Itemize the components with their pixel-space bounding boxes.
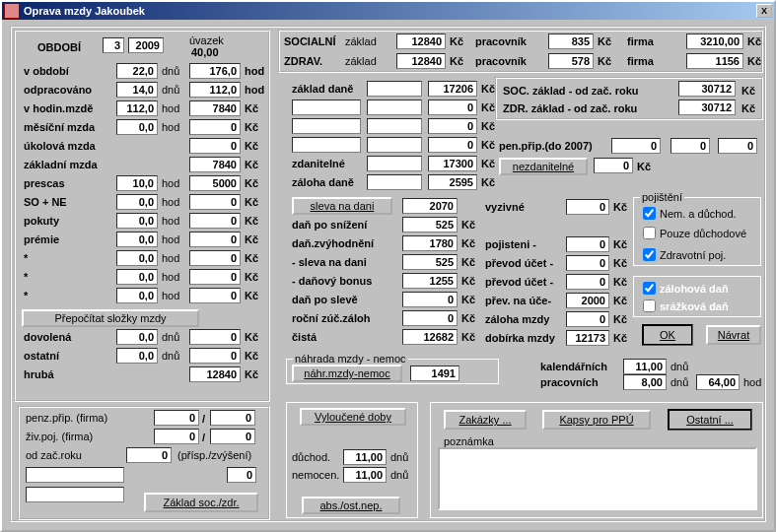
- chk-nemoc-box[interactable]: [643, 207, 656, 220]
- kal-v[interactable]: 11,00: [623, 359, 667, 374]
- ostatni-button[interactable]: Ostatní ...: [669, 410, 751, 430]
- lrow11-b[interactable]: 0: [189, 269, 241, 285]
- lrow12-a[interactable]: 0,0: [116, 288, 158, 303]
- ml1-lfld[interactable]: [292, 100, 361, 115]
- lrow7-a[interactable]: 0,0: [116, 194, 158, 210]
- lrow10-a[interactable]: 0,0: [116, 250, 158, 266]
- ml3-a[interactable]: [367, 137, 422, 153]
- duch-v[interactable]: 11,00: [343, 449, 387, 465]
- chk-srazk[interactable]: srážková daň: [643, 299, 729, 312]
- chk-zaloh[interactable]: zálohová daň: [643, 282, 729, 295]
- lrow9-b[interactable]: 0: [189, 232, 241, 247]
- sleva-v[interactable]: 2070: [402, 198, 458, 214]
- lrow6-a[interactable]: 10,0: [116, 175, 158, 191]
- lrow3-a[interactable]: 0,0: [116, 119, 158, 135]
- r5-v[interactable]: 2000: [566, 293, 609, 308]
- lrow2-1-a[interactable]: 0,0: [116, 348, 158, 364]
- lrow8-a[interactable]: 0,0: [116, 213, 158, 229]
- lrow0-a[interactable]: 22,0: [116, 63, 158, 79]
- r7-v[interactable]: 12173: [566, 330, 609, 346]
- penz-blank2[interactable]: [26, 487, 124, 502]
- lrow2-0-b[interactable]: 0: [189, 329, 241, 345]
- ml3-b[interactable]: 0: [428, 137, 477, 153]
- chk-srazk-box[interactable]: [643, 299, 656, 312]
- zakazky-button[interactable]: Zakázky ...: [444, 410, 527, 430]
- lrow12-b[interactable]: 0: [189, 288, 241, 303]
- penz-blank3[interactable]: 0: [227, 467, 256, 483]
- navrat-button[interactable]: Návrat: [706, 325, 761, 345]
- lrow11-a[interactable]: 0,0: [116, 269, 158, 285]
- yr-zdr-v[interactable]: 30712: [678, 100, 736, 115]
- ml4-a[interactable]: [367, 156, 422, 171]
- kapsy-button[interactable]: Kapsy pro PPÚ: [542, 410, 651, 430]
- chk-zdrav-box[interactable]: [643, 248, 656, 261]
- penz-v1b[interactable]: 0: [210, 410, 255, 426]
- nahr-v[interactable]: 1491: [410, 366, 459, 381]
- ml5-b[interactable]: 2595: [428, 174, 477, 190]
- nem-v[interactable]: 11,00: [343, 467, 387, 483]
- yr-soc-v[interactable]: 30712: [678, 81, 736, 97]
- lrow8-b[interactable]: 0: [189, 213, 241, 229]
- obdobi-month[interactable]: 3: [103, 37, 124, 53]
- chk-duchod[interactable]: Pouze důchodové: [643, 227, 746, 239]
- pen07-a[interactable]: 0: [611, 138, 661, 154]
- lrow3-b[interactable]: 0: [189, 119, 241, 135]
- vyl-button[interactable]: Vyloučené doby: [300, 408, 406, 426]
- r4-v[interactable]: 0: [566, 274, 609, 290]
- r0-v[interactable]: 0: [566, 199, 609, 215]
- nahr-button[interactable]: náhr.mzdy-nemoc: [292, 365, 402, 382]
- pen07-c[interactable]: 0: [718, 138, 757, 154]
- hod-v[interactable]: 64,00: [696, 374, 740, 390]
- lrow1-a[interactable]: 14,0: [116, 82, 158, 98]
- lrow9-a[interactable]: 0,0: [116, 232, 158, 247]
- ml3-lfld[interactable]: [292, 137, 361, 153]
- dedu1-v[interactable]: 1780: [402, 235, 458, 251]
- r3-v[interactable]: 0: [566, 255, 609, 271]
- pen07-b[interactable]: 0: [670, 138, 710, 154]
- penz-v1a[interactable]: 0: [154, 410, 199, 426]
- chk-zaloh-box[interactable]: [643, 282, 656, 295]
- ml1-b[interactable]: 0: [428, 100, 477, 115]
- ml2-lfld[interactable]: [292, 118, 361, 134]
- ml4-b[interactable]: 17300: [428, 156, 477, 171]
- ok-button[interactable]: OK: [643, 325, 692, 345]
- prac-v[interactable]: 8,00: [623, 374, 667, 390]
- ml0-a[interactable]: [367, 81, 422, 97]
- soc-zaklad[interactable]: 12840: [396, 33, 446, 49]
- r6-v[interactable]: 0: [566, 311, 609, 327]
- lrow4-b[interactable]: 0: [189, 138, 241, 154]
- penz-v3[interactable]: 0: [126, 447, 172, 463]
- ml2-b[interactable]: 0: [428, 118, 477, 134]
- dedu0-v[interactable]: 525: [402, 217, 458, 233]
- ml1-a[interactable]: [367, 100, 422, 115]
- lrow6-b[interactable]: 5000: [189, 175, 241, 191]
- chk-nemoc[interactable]: Nem. a důchod.: [643, 207, 737, 220]
- dedu4-v[interactable]: 0: [402, 292, 458, 307]
- close-button[interactable]: X: [756, 4, 772, 18]
- lrow2-0-a[interactable]: 0,0: [116, 329, 158, 345]
- lrow2-1-b[interactable]: 0: [189, 348, 241, 364]
- ml5-a[interactable]: [367, 174, 422, 190]
- soc-firma[interactable]: 3210,00: [686, 33, 743, 49]
- penz-v2b[interactable]: 0: [210, 429, 255, 444]
- lrow1-b[interactable]: 112,0: [189, 82, 241, 98]
- r2-v[interactable]: 0: [566, 236, 609, 252]
- lrow2-b[interactable]: 7840: [189, 100, 241, 116]
- dedu2-v[interactable]: 525: [402, 254, 458, 270]
- lrow0-b[interactable]: 176,0: [189, 63, 241, 79]
- sleva-button[interactable]: sleva na dani: [292, 197, 392, 215]
- ml0-b[interactable]: 17206: [428, 81, 477, 97]
- penz-blank1[interactable]: [26, 467, 124, 483]
- lrow7-b[interactable]: 0: [189, 194, 241, 210]
- nezd-v[interactable]: 0: [594, 158, 633, 173]
- lrow2-a[interactable]: 112,0: [116, 100, 158, 116]
- obdobi-year[interactable]: 2009: [128, 37, 164, 53]
- zdr-prac[interactable]: 578: [548, 53, 594, 69]
- zdr-firma[interactable]: 1156: [686, 53, 743, 69]
- lrow10-b[interactable]: 0: [189, 250, 241, 266]
- soc-prac[interactable]: 835: [548, 33, 594, 49]
- chk-zdrav[interactable]: Zdravotní poj.: [643, 248, 726, 261]
- abs-button[interactable]: abs./ost.nep.: [302, 497, 400, 514]
- pozn-textarea[interactable]: [438, 447, 757, 510]
- zdr-zaklad[interactable]: 12840: [396, 53, 446, 69]
